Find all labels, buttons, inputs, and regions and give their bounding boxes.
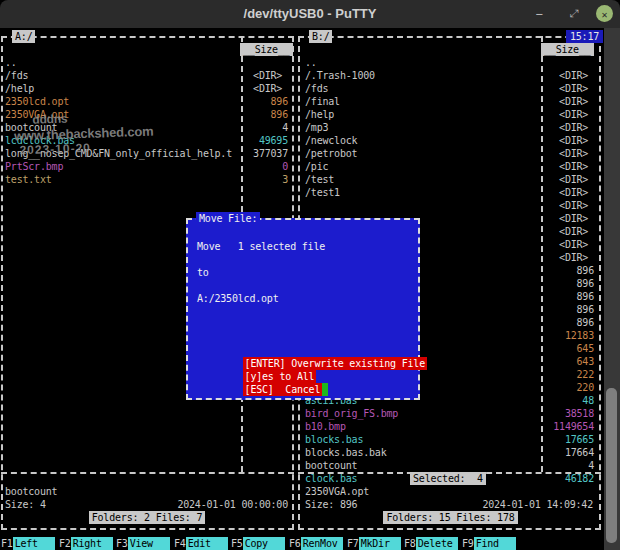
file-row[interactable]: PrtScr.bmp0 [2, 160, 292, 173]
file-name: PrtScr.bmp [2, 160, 238, 173]
file-size: 46182 [539, 472, 599, 485]
panel-right-info-file-row: 2350VGA.opt [302, 485, 599, 498]
file-name: /petrobot [302, 147, 539, 160]
spacer [46, 498, 178, 511]
dialog-action-cancel[interactable]: [ESC] Cancel [196, 370, 328, 383]
file-row[interactable]: /final<DIR> [302, 95, 599, 108]
restore-button[interactable]: ⤢ [565, 5, 583, 23]
file-row[interactable]: /fds<DIR> [2, 69, 292, 82]
file-size: <DIR> [539, 82, 599, 95]
panel-right-drive-label[interactable]: B:/ [309, 30, 332, 43]
file-size: 643 [539, 355, 599, 368]
panel-left-drive-label[interactable]: A:/ [12, 30, 35, 43]
file-row[interactable] [2, 472, 292, 485]
dialog-message-line2: to [197, 266, 209, 279]
minimize-button[interactable]: − [530, 5, 548, 23]
fkey-right[interactable]: F2Right [59, 537, 113, 550]
file-row[interactable] [2, 199, 292, 212]
file-row[interactable]: b10.bmp1149654 [302, 420, 599, 433]
minimize-icon: − [535, 7, 542, 21]
file-row[interactable] [2, 407, 292, 420]
file-size: <DIR> [539, 69, 599, 82]
panel-right-summary-row: Folders: 15 Files: 178 [302, 511, 599, 524]
putty-window: /dev/ttyUSB0 - PuTTY − ⤢ ✕ A:/ B:/ 15:17… [0, 0, 620, 550]
fkey-edit[interactable]: F4Edit [174, 537, 228, 550]
fkey-find[interactable]: F9Find [462, 537, 516, 550]
file-size: <DIR> [539, 160, 599, 173]
file-row[interactable]: /test<DIR> [302, 173, 599, 186]
fkey-number: F6 [289, 537, 301, 550]
file-row[interactable]: bird_orig_FS.bmp38518 [302, 407, 599, 420]
file-row[interactable]: /petrobot<DIR> [302, 147, 599, 160]
file-row[interactable]: .. [2, 56, 292, 69]
file-name: /pic [302, 160, 539, 173]
file-size [238, 472, 292, 485]
fkey-mkdir[interactable]: F7MkDir [347, 537, 401, 550]
file-row[interactable]: /help<DIR> [2, 82, 292, 95]
file-row[interactable]: <DIR> [302, 199, 599, 212]
file-name: /.Trash-1000 [302, 69, 539, 82]
file-row[interactable]: test.txt3 [2, 173, 292, 186]
file-size: <DIR> [539, 251, 599, 264]
panel-right-info-size: Size: 896 [302, 498, 357, 511]
file-row[interactable]: /test1<DIR> [302, 186, 599, 199]
watermark: dddns www.thebackshed.com 2023-10-20 [13, 110, 154, 160]
move-file-dialog: Move File: Move 1 selected file to A:/23… [186, 218, 420, 400]
fkey-number: F1 [1, 537, 13, 550]
file-row[interactable] [2, 433, 292, 446]
file-size: <DIR> [539, 134, 599, 147]
file-size: <DIR> [539, 225, 599, 238]
clock: 15:17 [566, 30, 603, 43]
file-row[interactable]: /.Trash-1000<DIR> [302, 69, 599, 82]
panel-right-info-file: 2350VGA.opt [302, 485, 369, 498]
file-row[interactable] [2, 420, 292, 433]
panel-right-info-size-row: Size: 896 2024-01-01 14:09:42 [302, 498, 599, 511]
scrollbar-thumb[interactable] [606, 388, 617, 543]
file-row[interactable]: .. [302, 56, 599, 69]
file-row[interactable]: blocks.bas.bak17664 [302, 446, 599, 459]
file-row[interactable]: 2350lcd.opt896 [2, 95, 292, 108]
file-name: .. [2, 56, 238, 69]
file-row[interactable] [2, 459, 292, 472]
file-size: 377037 [238, 147, 292, 160]
file-name [2, 446, 238, 459]
panel-left-info-size-row: Size: 4 2024-01-01 00:00:00 [2, 498, 292, 511]
file-row[interactable]: bootcount4 [302, 459, 599, 472]
terminal-screen: A:/ B:/ 15:17 __Size__ __Size__ ../fds<D… [0, 28, 604, 550]
file-size [238, 56, 292, 69]
file-size: <DIR> [238, 69, 292, 82]
scrollbar[interactable] [604, 28, 620, 550]
titlebar: /dev/ttyUSB0 - PuTTY − ⤢ ✕ [0, 0, 620, 28]
file-row[interactable]: /newclock<DIR> [302, 134, 599, 147]
file-row[interactable]: /help<DIR> [302, 108, 599, 121]
fkey-left[interactable]: F1Left [1, 537, 55, 550]
panel-right-info-date: 2024-01-01 14:09:42 [482, 498, 599, 511]
file-name: test.txt [2, 173, 238, 186]
dialog-action-yes-all[interactable]: [y]es to All [196, 357, 316, 370]
fkey-copy[interactable]: F5Copy [231, 537, 285, 550]
window-title: /dev/ttyUSB0 - PuTTY [0, 6, 620, 21]
file-size: 0 [238, 160, 292, 173]
file-name [2, 472, 238, 485]
file-row[interactable]: /pic<DIR> [302, 160, 599, 173]
file-size: <DIR> [539, 147, 599, 160]
file-size: 222 [539, 368, 599, 381]
fkey-label: View [128, 537, 170, 550]
file-size: <DIR> [539, 186, 599, 199]
file-size [238, 420, 292, 433]
fkey-delete[interactable]: F8Delete [404, 537, 458, 550]
file-size: 49695 [238, 134, 292, 147]
file-row[interactable] [2, 446, 292, 459]
file-row[interactable] [2, 186, 292, 199]
file-name [2, 433, 238, 446]
file-size: 4 [539, 459, 599, 472]
fkey-renmov[interactable]: F6RenMov [289, 537, 343, 550]
file-row[interactable]: blocks.bas17665 [302, 433, 599, 446]
close-button[interactable]: ✕ [596, 5, 613, 22]
fkey-view[interactable]: F3View [116, 537, 170, 550]
file-name: blocks.bas.bak [302, 446, 539, 459]
panel-left-info-file: bootcount [2, 485, 57, 498]
dialog-action-overwrite[interactable]: [ENTER] Overwrite existing File [196, 344, 427, 357]
file-row[interactable]: /mp3<DIR> [302, 121, 599, 134]
file-row[interactable]: /fds<DIR> [302, 82, 599, 95]
